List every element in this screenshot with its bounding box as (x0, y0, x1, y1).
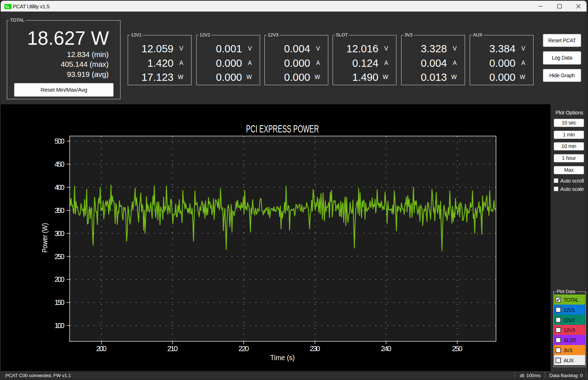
svg-text:PCI EXPRESS POWER: PCI EXPRESS POWER (246, 123, 319, 135)
svg-text:350: 350 (54, 206, 65, 214)
svg-text:500: 500 (54, 137, 65, 145)
svg-text:210: 210 (167, 344, 178, 353)
svg-text:Time (s): Time (s) (270, 354, 295, 362)
svg-text:450: 450 (54, 160, 65, 168)
svg-text:300: 300 (54, 229, 65, 237)
svg-text:150: 150 (54, 298, 65, 306)
svg-text:220: 220 (238, 344, 249, 353)
svg-text:100: 100 (54, 321, 65, 329)
svg-text:240: 240 (381, 344, 391, 353)
svg-text:200: 200 (96, 344, 107, 353)
svg-text:200: 200 (54, 275, 65, 283)
svg-text:250: 250 (54, 252, 65, 261)
svg-text:250: 250 (452, 344, 462, 353)
svg-text:230: 230 (310, 344, 320, 353)
svg-text:400: 400 (54, 183, 65, 191)
svg-text:Power (W): Power (W) (40, 223, 49, 253)
